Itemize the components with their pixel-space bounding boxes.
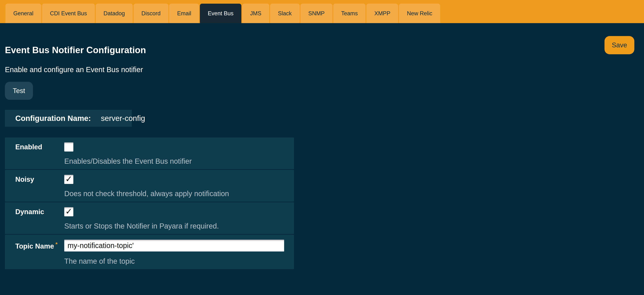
- field-help-dynamic: Starts or Stops the Notifier in Payara i…: [64, 222, 219, 230]
- configuration-name-value: server-config: [101, 114, 145, 123]
- tab-bar: GeneralCDI Event BusDatadogDiscordEmailE…: [0, 0, 644, 23]
- checkbox-enabled[interactable]: [64, 142, 73, 152]
- form-row-topic-name: Topic Name*The name of the topic: [5, 235, 294, 269]
- field-help-topic-name: The name of the topic: [64, 257, 135, 265]
- configuration-name-strip: Configuration Name: server-config: [5, 110, 132, 127]
- tab-event-bus[interactable]: Event Bus: [200, 4, 241, 23]
- tab-teams[interactable]: Teams: [333, 4, 366, 23]
- tab-cdi-event-bus[interactable]: CDI Event Bus: [42, 4, 95, 23]
- field-control-dynamic: ✓Starts or Stops the Notifier in Payara …: [64, 207, 294, 230]
- field-control-enabled: Enables/Disables the Event Bus notifier: [64, 142, 294, 165]
- field-help-enabled: Enables/Disables the Event Bus notifier: [64, 157, 192, 165]
- checkbox-noisy[interactable]: ✓: [64, 175, 73, 184]
- tab-jms[interactable]: JMS: [242, 4, 269, 23]
- required-asterisk: *: [56, 241, 58, 247]
- field-label-dynamic: Dynamic: [5, 207, 64, 230]
- field-control-topic-name: The name of the topic: [64, 240, 294, 265]
- form-row-dynamic: Dynamic✓Starts or Stops the Notifier in …: [5, 202, 294, 234]
- main-content: Event Bus Notifier Configuration Save En…: [0, 23, 644, 269]
- checkmark-icon: ✓: [65, 175, 72, 183]
- tab-datadog[interactable]: Datadog: [96, 4, 133, 23]
- field-label-noisy: Noisy: [5, 175, 64, 198]
- field-help-noisy: Does not check threshold, always apply n…: [64, 190, 229, 198]
- save-button[interactable]: Save: [604, 36, 634, 54]
- page-header: Event Bus Notifier Configuration Save: [5, 23, 634, 56]
- field-control-noisy: ✓Does not check threshold, always apply …: [64, 175, 294, 198]
- page-subtitle: Enable and configure an Event Bus notifi…: [5, 65, 634, 74]
- tab-snmp[interactable]: SNMP: [300, 4, 332, 23]
- tab-email[interactable]: Email: [169, 4, 199, 23]
- page-title: Event Bus Notifier Configuration: [5, 44, 634, 56]
- form-row-enabled: EnabledEnables/Disables the Event Bus no…: [5, 138, 294, 169]
- field-label-topic-name: Topic Name*: [5, 240, 64, 265]
- tab-discord[interactable]: Discord: [134, 4, 168, 23]
- input-topic-name[interactable]: [64, 240, 284, 252]
- checkmark-icon: ✓: [65, 207, 72, 216]
- form-rows: EnabledEnables/Disables the Event Bus no…: [5, 138, 294, 269]
- tab-xmpp[interactable]: XMPP: [366, 4, 398, 23]
- form-row-noisy: Noisy✓Does not check threshold, always a…: [5, 170, 294, 202]
- tab-new-relic[interactable]: New Relic: [399, 4, 440, 23]
- field-label-enabled: Enabled: [5, 142, 64, 165]
- tab-slack[interactable]: Slack: [270, 4, 300, 23]
- configuration-name-label: Configuration Name:: [5, 114, 91, 123]
- tab-general[interactable]: General: [6, 4, 41, 23]
- test-button[interactable]: Test: [5, 82, 33, 100]
- checkbox-dynamic[interactable]: ✓: [64, 207, 73, 216]
